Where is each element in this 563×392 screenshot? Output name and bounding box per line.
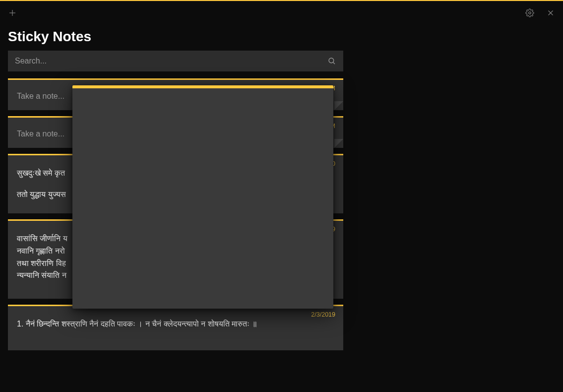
search-input[interactable]	[15, 57, 327, 65]
dogear-icon	[334, 139, 343, 148]
close-icon	[546, 8, 555, 17]
dogear-icon	[334, 101, 343, 110]
new-note-button[interactable]	[4, 4, 21, 21]
search-box[interactable]	[8, 51, 343, 71]
svg-point-2	[529, 12, 531, 14]
close-button[interactable]	[542, 4, 559, 21]
settings-button[interactable]	[521, 4, 538, 21]
plus-icon	[8, 8, 17, 17]
titlebar-left	[4, 4, 21, 21]
titlebar-right	[521, 4, 559, 21]
app-title: Sticky Notes	[0, 25, 563, 51]
search-icon	[327, 57, 336, 65]
gear-icon	[525, 8, 534, 17]
svg-line-6	[333, 62, 335, 64]
note-date: 2/3/2019	[311, 311, 335, 318]
sticky-note-window[interactable]	[72, 85, 333, 309]
note-card[interactable]: 2/3/2019 1. नैनं छिन्दन्ति शस्त्राणि नैन…	[8, 305, 343, 350]
note-line: 1. नैनं छिन्दन्ति शस्त्राणि नैनं दहति पा…	[17, 318, 334, 330]
titlebar	[0, 1, 563, 25]
svg-point-5	[329, 58, 334, 63]
note-text: 1. नैनं छिन्दन्ति शस्त्राणि नैनं दहति पा…	[17, 318, 334, 330]
